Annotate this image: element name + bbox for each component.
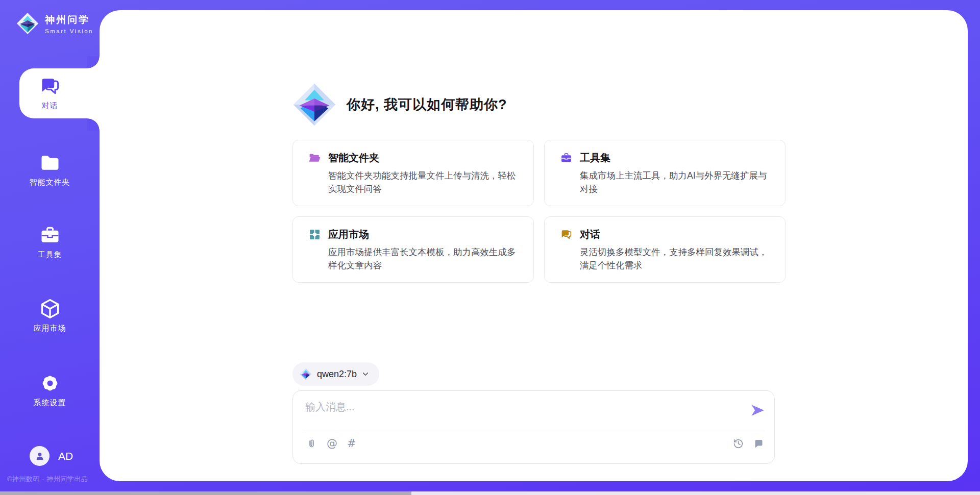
page-title: 你好, 我可以如何帮助你? xyxy=(347,95,507,114)
card-title: 应用市场 xyxy=(328,228,369,241)
brand-subtitle: Smart Vision xyxy=(45,28,93,34)
model-selector[interactable]: qwen2:7b xyxy=(292,362,379,386)
briefcase-icon xyxy=(39,224,61,246)
paperclip-icon xyxy=(306,438,317,449)
assistant-logo-icon xyxy=(292,83,336,127)
folder-icon xyxy=(39,152,61,174)
cube-icon xyxy=(39,298,61,320)
attach-file-button[interactable] xyxy=(306,438,317,449)
card-description: 灵活切换多模型文件，支持多样回复效果调试，满足个性化需求 xyxy=(580,246,775,273)
feature-cards: 智能文件夹 智能文件夹功能支持批量文件上传与清洗，轻松实现文件问答 工具集 集成… xyxy=(292,140,775,283)
card-description: 集成市场上主流工具，助力AI与外界无缝扩展与对接 xyxy=(580,169,775,196)
sidebar-item-label: 对话 xyxy=(0,101,100,111)
avatar xyxy=(30,446,50,466)
apps-grid-icon xyxy=(308,228,321,241)
sidebar-item-label: 应用市场 xyxy=(0,324,100,333)
card-smart-folder[interactable]: 智能文件夹 智能文件夹功能支持批量文件上传与清洗，轻松实现文件问答 xyxy=(292,140,534,206)
scrollbar-thumb[interactable] xyxy=(0,491,411,495)
card-chat[interactable]: 对话 灵活切换多模型文件，支持多样回复效果调试，满足个性化需求 xyxy=(544,216,786,283)
model-name: qwen2:7b xyxy=(317,369,357,380)
horizontal-scrollbar[interactable] xyxy=(0,491,980,495)
main-panel: 你好, 我可以如何帮助你? 智能文件夹 智能文件夹功能支持批量文件上传与清洗，轻… xyxy=(100,10,968,481)
card-title: 对话 xyxy=(580,228,600,241)
briefcase-icon xyxy=(560,152,573,164)
sidebar-item-label: 智能文件夹 xyxy=(0,178,100,187)
sidebar-item-label: 工具集 xyxy=(0,250,100,260)
sidebar-item-smart-folder[interactable]: 智能文件夹 xyxy=(0,152,100,187)
hashtag-button[interactable]: # xyxy=(347,438,356,449)
card-toolset[interactable]: 工具集 集成市场上主流工具，助力AI与外界无缝扩展与对接 xyxy=(544,140,786,206)
folder-open-icon xyxy=(308,152,321,164)
at-icon: @ xyxy=(327,438,337,449)
message-input[interactable] xyxy=(305,401,739,413)
brand-name: 神州问学 xyxy=(45,13,93,27)
sidebar-item-label: 系统设置 xyxy=(0,398,100,408)
composer: @ # xyxy=(292,390,775,464)
chevron-down-icon xyxy=(362,370,369,378)
mention-button[interactable]: @ xyxy=(327,438,337,449)
card-title: 工具集 xyxy=(580,151,610,165)
gear-icon xyxy=(39,372,61,394)
chat-icon xyxy=(560,228,573,241)
brand-logo-icon xyxy=(16,12,39,35)
composer-divider xyxy=(303,431,764,431)
send-button[interactable] xyxy=(749,402,766,419)
sidebar: 神州问学 Smart Vision 对话 智能文件夹 工具集 应用市场 xyxy=(0,0,100,495)
user-label: AD xyxy=(58,450,73,462)
copyright: ©神州数码 · 神州问学出品 xyxy=(7,475,88,484)
message-bubble-icon xyxy=(753,438,764,449)
hash-icon: # xyxy=(347,438,356,449)
card-title: 智能文件夹 xyxy=(328,151,379,165)
person-icon xyxy=(34,451,45,462)
brand: 神州问学 Smart Vision xyxy=(16,12,93,35)
greeting: 你好, 我可以如何帮助你? xyxy=(292,83,775,127)
history-button[interactable] xyxy=(733,438,744,449)
sidebar-item-toolset[interactable]: 工具集 xyxy=(0,224,100,260)
send-icon xyxy=(750,403,765,418)
model-logo-icon xyxy=(300,368,312,380)
sidebar-item-chat[interactable]: 对话 xyxy=(0,75,100,111)
user-account[interactable]: AD xyxy=(30,446,73,466)
chat-icon xyxy=(39,75,61,97)
card-description: 智能文件夹功能支持批量文件上传与清洗，轻松实现文件问答 xyxy=(328,169,523,196)
card-app-market[interactable]: 应用市场 应用市场提供丰富长文本模板，助力高效生成多样化文章内容 xyxy=(292,216,534,283)
feedback-button[interactable] xyxy=(753,438,764,449)
card-description: 应用市场提供丰富长文本模板，助力高效生成多样化文章内容 xyxy=(328,246,523,273)
history-icon xyxy=(733,438,744,449)
sidebar-item-app-market[interactable]: 应用市场 xyxy=(0,298,100,333)
sidebar-item-settings[interactable]: 系统设置 xyxy=(0,372,100,408)
